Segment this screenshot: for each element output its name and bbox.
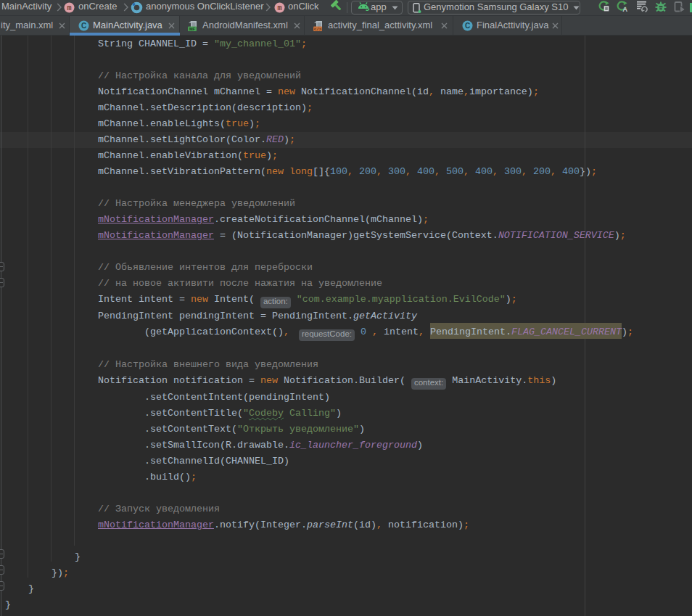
svg-text:m: m (277, 4, 281, 12)
svg-text:A: A (622, 5, 627, 13)
svg-text:C: C (81, 22, 86, 30)
svg-text:C: C (465, 22, 470, 30)
svg-text:</>: </> (314, 27, 322, 32)
svg-text:m: m (67, 4, 71, 12)
svg-text:MF: MF (189, 27, 196, 31)
